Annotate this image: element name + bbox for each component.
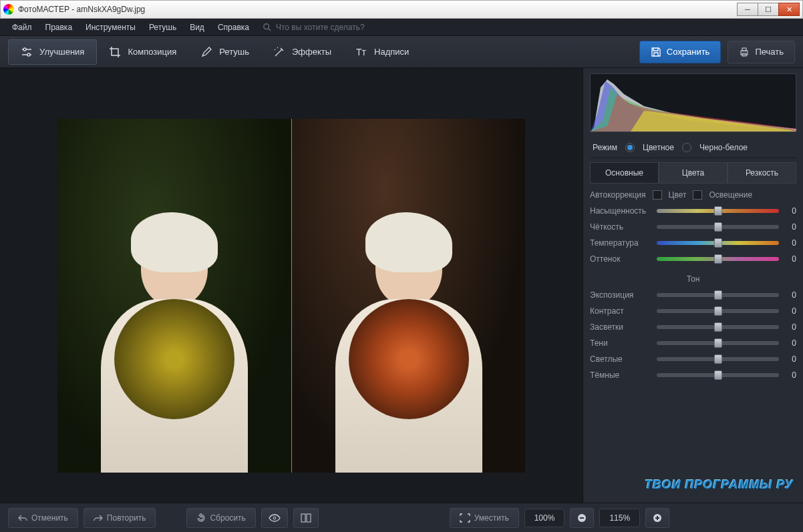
menu-tools[interactable]: Инструменты bbox=[80, 20, 141, 35]
zoom-in-button[interactable] bbox=[645, 508, 669, 528]
slider-label: Экспозиция bbox=[590, 290, 651, 300]
eye-icon bbox=[269, 514, 281, 522]
minimize-button[interactable]: ─ bbox=[737, 3, 758, 16]
auto-color-label[interactable]: Цвет bbox=[669, 190, 687, 200]
compare-toggle-button[interactable] bbox=[293, 508, 319, 528]
minus-icon bbox=[577, 513, 587, 523]
menu-edit[interactable]: Правка bbox=[40, 20, 78, 35]
slider-row: Тёмные 0 bbox=[590, 370, 796, 380]
slider-thumb[interactable] bbox=[714, 338, 722, 348]
slider-value: 0 bbox=[784, 222, 796, 232]
slider-value: 0 bbox=[784, 306, 796, 316]
tone-header: Тон bbox=[590, 274, 796, 284]
slider-track[interactable] bbox=[657, 357, 779, 361]
radio-color[interactable] bbox=[625, 143, 635, 152]
slider-track[interactable] bbox=[657, 309, 779, 313]
before-after-view bbox=[57, 119, 525, 473]
radio-bw[interactable] bbox=[682, 143, 691, 152]
tab-composition[interactable]: Композиция bbox=[97, 39, 188, 65]
menu-file[interactable]: Файл bbox=[7, 20, 37, 35]
slider-thumb[interactable] bbox=[714, 238, 722, 248]
slider-track[interactable] bbox=[657, 325, 779, 329]
save-button[interactable]: Сохранить bbox=[639, 41, 721, 63]
fit-icon bbox=[460, 513, 470, 523]
slider-value: 0 bbox=[784, 338, 796, 348]
subtab-sharp[interactable]: Резкость bbox=[728, 162, 796, 184]
svg-rect-12 bbox=[307, 514, 311, 522]
zoom-100-label[interactable]: 100% bbox=[524, 509, 565, 527]
tab-text[interactable]: Tт Надписи bbox=[343, 39, 421, 65]
svg-point-5 bbox=[27, 53, 30, 56]
svg-rect-11 bbox=[301, 514, 305, 522]
histogram[interactable] bbox=[590, 73, 796, 132]
mode-color-label[interactable]: Цветное bbox=[643, 143, 674, 152]
auto-light-label[interactable]: Освещение bbox=[709, 190, 752, 200]
slider-row: Светлые 0 bbox=[590, 354, 796, 364]
mode-label: Режим bbox=[593, 143, 617, 152]
fit-button[interactable]: Уместить bbox=[450, 508, 519, 528]
slider-row: Насыщенность 0 bbox=[590, 206, 796, 216]
checkbox-color[interactable] bbox=[653, 190, 662, 200]
adjustments-panel: Режим Цветное Черно-белое Основные Цвета… bbox=[583, 68, 803, 503]
slider-label: Насыщенность bbox=[590, 206, 651, 216]
slider-label: Тени bbox=[590, 338, 651, 348]
slider-track[interactable] bbox=[657, 257, 779, 261]
slider-thumb[interactable] bbox=[714, 222, 722, 232]
svg-point-0 bbox=[264, 23, 269, 29]
undo-icon bbox=[18, 514, 27, 522]
close-button[interactable]: ✕ bbox=[778, 3, 800, 16]
tab-enhance[interactable]: Улучшения bbox=[8, 39, 97, 65]
print-icon bbox=[739, 47, 750, 57]
slider-track[interactable] bbox=[657, 293, 779, 297]
slider-thumb[interactable] bbox=[714, 322, 722, 332]
watermark: ТВОИ ПРОГРАММЫ РУ bbox=[590, 473, 796, 497]
tab-retouch[interactable]: Ретушь bbox=[188, 39, 261, 65]
command-search[interactable] bbox=[263, 23, 396, 32]
svg-line-1 bbox=[269, 28, 271, 31]
slider-thumb[interactable] bbox=[714, 206, 722, 216]
canvas-area[interactable] bbox=[0, 68, 583, 503]
menu-help[interactable]: Справка bbox=[212, 20, 255, 35]
menu-view[interactable]: Вид bbox=[184, 20, 210, 35]
slider-thumb[interactable] bbox=[714, 290, 722, 300]
slider-thumb[interactable] bbox=[714, 254, 722, 264]
zoom-out-button[interactable] bbox=[570, 508, 594, 528]
window-title: ФотоМАСТЕР - amNskXA9gDw.jpg bbox=[18, 5, 738, 14]
zoom-current[interactable]: 115% bbox=[599, 509, 640, 527]
tab-label: Композиция bbox=[128, 47, 176, 57]
preview-toggle-button[interactable] bbox=[261, 508, 288, 528]
menu-bar: Файл Правка Инструменты Ретушь Вид Справ… bbox=[0, 19, 803, 36]
image-after bbox=[291, 119, 525, 473]
slider-row: Тени 0 bbox=[590, 338, 796, 348]
slider-row: Температура 0 bbox=[590, 238, 796, 248]
subtab-basic[interactable]: Основные bbox=[590, 162, 659, 184]
mode-bw-label[interactable]: Черно-белое bbox=[699, 143, 748, 152]
slider-label: Чёткость bbox=[590, 222, 651, 232]
slider-track[interactable] bbox=[657, 225, 779, 229]
slider-track[interactable] bbox=[657, 209, 779, 213]
svg-rect-8 bbox=[742, 48, 746, 51]
undo-button[interactable]: Отменить bbox=[8, 508, 78, 528]
crop-icon bbox=[109, 46, 121, 58]
slider-track[interactable] bbox=[657, 341, 779, 345]
slider-thumb[interactable] bbox=[714, 370, 722, 380]
slider-row: Чёткость 0 bbox=[590, 222, 796, 232]
tab-label: Эффекты bbox=[292, 47, 331, 57]
slider-label: Контраст bbox=[590, 306, 651, 316]
reset-button[interactable]: Сбросить bbox=[186, 508, 255, 528]
slider-track[interactable] bbox=[657, 373, 779, 377]
checkbox-light[interactable] bbox=[693, 190, 702, 200]
slider-thumb[interactable] bbox=[714, 354, 722, 364]
tab-label: Надписи bbox=[374, 47, 409, 57]
search-input[interactable] bbox=[276, 23, 396, 32]
tab-effects[interactable]: Эффекты bbox=[261, 39, 343, 65]
slider-track[interactable] bbox=[657, 241, 779, 245]
maximize-button[interactable]: ☐ bbox=[758, 3, 779, 16]
compare-icon bbox=[301, 513, 311, 523]
subtab-colors[interactable]: Цвета bbox=[659, 162, 728, 184]
slider-thumb[interactable] bbox=[714, 306, 722, 316]
svg-point-10 bbox=[273, 517, 276, 519]
print-button[interactable]: Печать bbox=[728, 41, 795, 63]
redo-button[interactable]: Повторить bbox=[84, 508, 156, 528]
menu-retouch[interactable]: Ретушь bbox=[144, 20, 182, 35]
